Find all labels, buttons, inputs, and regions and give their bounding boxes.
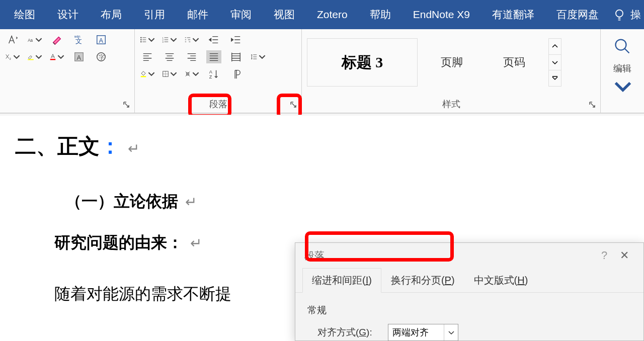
page[interactable]: 二、正文：↵ （一）立论依据↵ 研究问题的由来：↵ 随着对能源的需求不断提 <box>0 117 297 305</box>
borders-icon[interactable] <box>162 67 177 80</box>
doc-heading-2[interactable]: （一）立论依据↵ <box>65 191 287 213</box>
highlight-icon[interactable] <box>27 50 42 63</box>
group-paragraph-label: 段落 <box>135 96 301 113</box>
tab-youdao[interactable]: 有道翻译 <box>481 0 545 29</box>
bullets-icon[interactable] <box>140 33 155 46</box>
document-area: 二、正文：↵ （一）立论依据↵ 研究问题的由来：↵ 随着对能源的需求不断提 段落… <box>0 115 644 341</box>
svg-point-14 <box>140 39 141 40</box>
tab-help[interactable]: 帮助 <box>359 0 402 29</box>
character-border-icon[interactable]: A <box>94 33 109 46</box>
paragraph-mark-icon: ↵ <box>190 235 202 251</box>
enclose-characters-icon[interactable]: 字 <box>94 50 109 63</box>
tab-endnote[interactable]: EndNote X9 <box>402 0 481 29</box>
font-dialog-launcher-icon[interactable] <box>121 100 131 110</box>
doc-body[interactable]: 随着对能源的需求不断提 <box>54 283 287 305</box>
subscript-icon[interactable]: 2 <box>5 50 20 63</box>
style-footer[interactable]: 页脚 <box>421 55 483 70</box>
svg-rect-8 <box>50 59 56 60</box>
align-combo[interactable] <box>388 324 458 341</box>
styles-scroll-down-icon[interactable] <box>549 55 561 71</box>
group-styles-label: 样式 <box>302 96 600 113</box>
change-case-icon[interactable]: Aa <box>27 33 42 46</box>
svg-point-0 <box>616 10 623 17</box>
paragraph-dialog: 段落 ? ✕ 缩进和间距(I) 换行和分页(P) 中文版式(H) 常规 对齐方式… <box>295 242 644 341</box>
svg-point-24 <box>616 40 626 50</box>
tab-view[interactable]: 视图 <box>263 0 306 29</box>
tab-mailings[interactable]: 邮件 <box>176 0 219 29</box>
svg-rect-19 <box>141 76 146 77</box>
multilevel-list-icon[interactable] <box>184 33 199 46</box>
paragraph-dialog-launcher-icon[interactable] <box>288 100 298 110</box>
styles-scroll[interactable] <box>548 38 561 87</box>
svg-point-13 <box>140 37 141 38</box>
style-heading3[interactable]: 标题 3 <box>307 38 418 87</box>
tab-design[interactable]: 设计 <box>46 0 90 29</box>
dialog-tab-pagination[interactable]: 换行和分页(P) <box>381 268 464 293</box>
decrease-indent-icon[interactable] <box>206 33 221 46</box>
clear-formatting-icon[interactable] <box>49 33 64 46</box>
group-font-label <box>0 96 134 113</box>
ribbon-body: Aa wén文 A 2 A 字 123 <box>0 29 644 114</box>
phonetic-guide-icon[interactable]: wén文 <box>71 33 87 46</box>
dialog-title: 段落 <box>304 249 594 263</box>
tab-baidu[interactable]: 百度网盘 <box>545 0 610 29</box>
paragraph-mark-icon: ↵ <box>128 141 139 156</box>
distributed-icon[interactable] <box>228 50 244 63</box>
svg-text:2: 2 <box>10 57 11 60</box>
svg-text:3: 3 <box>163 41 164 43</box>
tab-references[interactable]: 引用 <box>133 0 176 29</box>
dialog-tab-asian[interactable]: 中文版式(H) <box>464 268 538 293</box>
styles-scroll-up-icon[interactable] <box>549 39 561 55</box>
doc-heading-3[interactable]: 研究问题的由来：↵ <box>54 232 287 254</box>
line-spacing-icon[interactable] <box>251 50 266 63</box>
numbering-icon[interactable]: 123 <box>162 33 177 46</box>
paragraph-mark-icon: ↵ <box>185 194 197 210</box>
align-left-icon[interactable] <box>140 50 155 63</box>
align-justify-icon[interactable] <box>206 50 221 63</box>
svg-point-15 <box>140 41 141 42</box>
tab-zotero[interactable]: Zotero <box>306 0 359 29</box>
svg-text:字: 字 <box>99 54 105 61</box>
svg-text:文: 文 <box>75 37 82 45</box>
character-shading-icon[interactable]: A <box>71 50 87 63</box>
font-color-icon[interactable] <box>49 50 64 63</box>
align-center-icon[interactable] <box>162 50 177 63</box>
style-pagenum[interactable]: 页码 <box>483 55 545 70</box>
tab-drawing[interactable]: 绘图 <box>3 0 46 29</box>
dialog-help-icon[interactable]: ? <box>594 249 614 262</box>
doc-heading-1[interactable]: 二、正文：↵ <box>15 132 287 160</box>
snap-to-grid-icon[interactable] <box>184 67 199 80</box>
styles-dialog-launcher-icon[interactable] <box>587 100 597 110</box>
group-styles: 标题 3 页脚 页码 样式 <box>302 29 601 113</box>
dialog-tabs: 缩进和间距(I) 换行和分页(P) 中文版式(H) <box>295 268 643 293</box>
group-editing: 编辑 <box>601 29 644 113</box>
svg-text:Aa: Aa <box>28 38 33 43</box>
ribbon-tabs: 绘图 设计 布局 引用 邮件 审阅 视图 Zotero 帮助 EndNote X… <box>0 0 644 29</box>
section-general: 常规 <box>307 304 631 317</box>
svg-rect-7 <box>28 59 34 60</box>
sort-icon[interactable]: AZ <box>206 67 221 80</box>
grow-font-icon[interactable] <box>5 33 20 46</box>
styles-expand-icon[interactable] <box>549 70 561 86</box>
tell-me-icon[interactable] <box>612 8 626 22</box>
dialog-close-icon[interactable]: ✕ <box>614 249 634 262</box>
tab-layout[interactable]: 布局 <box>90 0 133 29</box>
show-hide-icon[interactable] <box>228 67 244 80</box>
group-font: Aa wén文 A 2 A 字 <box>0 29 135 113</box>
edit-label[interactable]: 编辑 <box>613 62 631 74</box>
svg-text:A: A <box>99 37 103 44</box>
align-input[interactable] <box>388 324 444 340</box>
increase-indent-icon[interactable] <box>228 33 244 46</box>
dialog-tab-indent[interactable]: 缩进和间距(I) <box>302 268 381 293</box>
tell-me-text[interactable]: 操 <box>630 8 641 22</box>
svg-text:Z: Z <box>209 74 212 79</box>
group-paragraph: 123 AZ 段落 <box>135 29 302 113</box>
align-right-icon[interactable] <box>184 50 199 63</box>
align-label: 对齐方式(G): <box>317 326 383 339</box>
chevron-down-icon[interactable] <box>444 324 458 340</box>
shading-icon[interactable] <box>140 67 155 80</box>
find-icon[interactable] <box>613 37 631 57</box>
svg-text:A: A <box>209 69 213 74</box>
svg-text:A: A <box>76 54 81 61</box>
tab-review[interactable]: 审阅 <box>219 0 263 29</box>
